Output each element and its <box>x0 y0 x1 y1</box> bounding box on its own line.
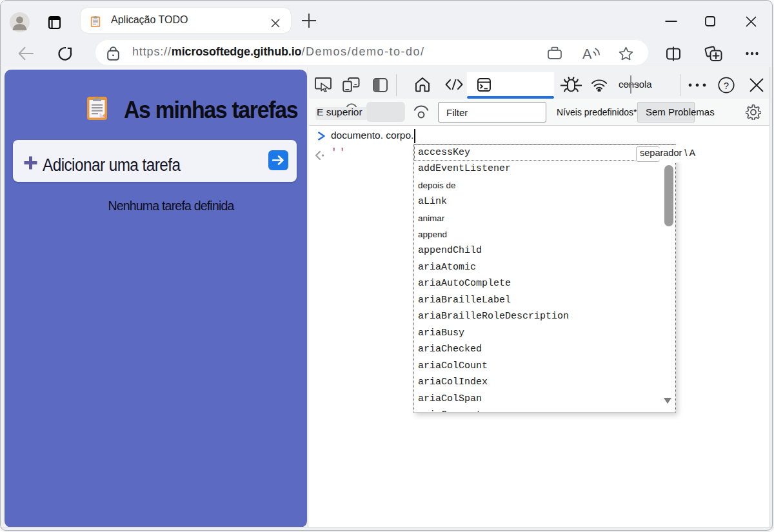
svg-text:A: A <box>582 46 592 60</box>
svg-text:?: ? <box>724 80 729 91</box>
